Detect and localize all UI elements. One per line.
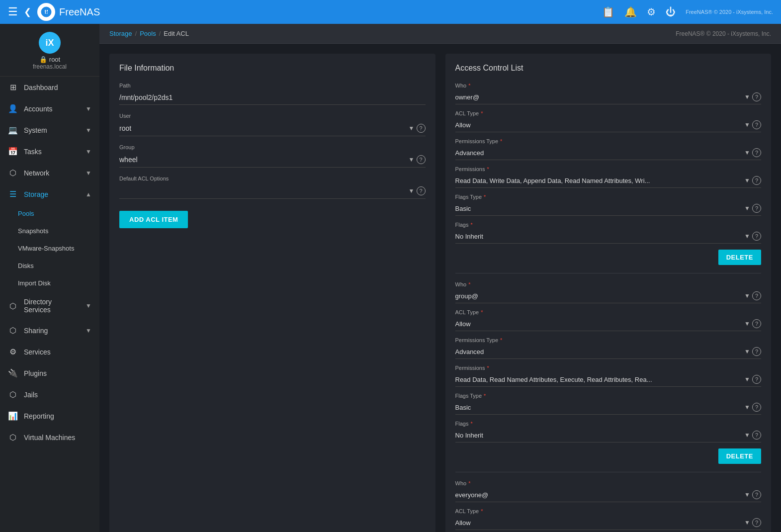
sidebar-sub-disks[interactable]: Disks: [0, 257, 99, 274]
flags-type-help-icon-1[interactable]: ?: [752, 204, 761, 213]
user-help-icon[interactable]: ?: [417, 124, 426, 133]
breadcrumb-storage[interactable]: Storage: [109, 30, 132, 37]
permissions-type-select-2[interactable]: Advanced ▼ ?: [455, 345, 762, 359]
who-dropdown-arrow-1[interactable]: ▼: [744, 93, 750, 100]
chevron-left-icon[interactable]: ❮: [24, 6, 31, 17]
flags-select-1[interactable]: No Inherit ▼ ?: [455, 229, 762, 244]
acl-title: Access Control List: [455, 64, 762, 73]
flags-dropdown-arrow-2[interactable]: ▼: [744, 432, 750, 439]
who-select-2[interactable]: group@ ▼ ?: [455, 289, 762, 303]
user-label: User: [119, 113, 426, 119]
permissions-type-help-icon-2[interactable]: ?: [752, 347, 761, 356]
acl-type-help-icon-3[interactable]: ?: [752, 518, 761, 527]
who-select-1[interactable]: owner@ ▼ ?: [455, 90, 762, 104]
sidebar-item-storage[interactable]: ☰ Storage ▲: [0, 183, 99, 205]
default-acl-help-icon[interactable]: ?: [417, 186, 426, 195]
flags-field-1: Flags * No Inherit ▼ ?: [455, 222, 762, 244]
permissions-type-help-icon-1[interactable]: ?: [752, 148, 761, 157]
sidebar-item-jails[interactable]: ⬡ Jails: [0, 384, 99, 405]
sidebar-item-network[interactable]: ⬡ Network ▼: [0, 162, 99, 183]
permissions-type-dropdown-arrow-2[interactable]: ▼: [744, 348, 750, 355]
flags-type-select-2[interactable]: Basic ▼ ?: [455, 400, 762, 415]
settings-icon[interactable]: ⚙: [647, 6, 656, 18]
permissions-select-2[interactable]: Read Data, Read Named Attributes, Execut…: [455, 372, 762, 387]
sidebar-sub-pools[interactable]: Pools: [0, 205, 99, 222]
permissions-type-dropdown-arrow-1[interactable]: ▼: [744, 149, 750, 156]
sidebar-item-sharing[interactable]: ⬡ Sharing ▼: [0, 320, 99, 341]
who-dropdown-arrow-3[interactable]: ▼: [744, 491, 750, 498]
sidebar-item-directory-services[interactable]: ⬡ Directory Services ▼: [0, 292, 99, 320]
acl-type-help-icon-2[interactable]: ?: [752, 319, 761, 328]
default-acl-dropdown-arrow[interactable]: ▼: [409, 187, 415, 194]
group-dropdown-arrow[interactable]: ▼: [409, 156, 415, 163]
permissions-select-1[interactable]: Read Data, Write Data, Append Data, Read…: [455, 174, 762, 188]
acl-type-field-2: ACL Type * Allow ▼ ?: [455, 309, 762, 331]
sidebar-item-reporting[interactable]: 📊 Reporting: [0, 405, 99, 427]
sidebar-item-accounts[interactable]: 👤 Accounts ▼: [0, 98, 99, 119]
default-acl-select[interactable]: ▼ ?: [119, 183, 426, 199]
permissions-type-label-2: Permissions Type *: [455, 337, 762, 343]
vmware-snapshots-label: VMware-Snapshots: [18, 245, 74, 252]
file-info-card: File Information Path /mnt/pool2/p2ds1 U…: [109, 54, 435, 532]
who-dropdown-arrow-2[interactable]: ▼: [744, 292, 750, 299]
sidebar-item-virtual-machines[interactable]: ⬡ Virtual Machines: [0, 427, 99, 448]
who-help-icon-1[interactable]: ?: [752, 92, 761, 101]
sidebar-item-plugins[interactable]: 🔌 Plugins: [0, 362, 99, 384]
acl-type-dropdown-arrow-2[interactable]: ▼: [744, 320, 750, 327]
required-star: *: [468, 83, 470, 89]
acl-type-dropdown-arrow-1[interactable]: ▼: [744, 121, 750, 128]
permissions-dropdown-arrow-2[interactable]: ▼: [744, 376, 750, 383]
user-value: root: [119, 124, 407, 132]
who-help-icon-3[interactable]: ?: [752, 490, 761, 499]
acl-type-select-3[interactable]: Allow ▼ ?: [455, 516, 762, 530]
plugins-icon: 🔌: [8, 368, 18, 378]
required-star: *: [487, 365, 489, 371]
acl-type-select-1[interactable]: Allow ▼ ?: [455, 118, 762, 132]
avatar: iX: [39, 32, 61, 54]
hamburger-icon[interactable]: ☰: [8, 5, 18, 18]
sidebar-item-label: Reporting: [24, 412, 91, 420]
user-field: User root ▼ ?: [119, 113, 426, 136]
flags-type-dropdown-arrow-2[interactable]: ▼: [744, 404, 750, 411]
path-value: /mnt/pool2/p2ds1: [119, 90, 426, 105]
flags-label-2: Flags *: [455, 421, 762, 427]
user-dropdown-arrow[interactable]: ▼: [409, 125, 415, 132]
who-help-icon-2[interactable]: ?: [752, 291, 761, 300]
sidebar-item-tasks[interactable]: 📅 Tasks ▼: [0, 141, 99, 162]
sidebar-item-services[interactable]: ⚙ Services: [0, 341, 99, 362]
flags-help-icon-2[interactable]: ?: [752, 431, 761, 440]
permissions-type-select-1[interactable]: Advanced ▼ ?: [455, 146, 762, 160]
group-help-icon[interactable]: ?: [417, 155, 426, 164]
delete-button-1[interactable]: DELETE: [718, 250, 761, 265]
permissions-help-icon-1[interactable]: ?: [752, 176, 761, 185]
permissions-field-1: Permissions * Read Data, Write Data, App…: [455, 166, 762, 188]
flags-help-icon-1[interactable]: ?: [752, 232, 761, 241]
who-select-3[interactable]: everyone@ ▼ ?: [455, 488, 762, 502]
acl-type-dropdown-arrow-3[interactable]: ▼: [744, 519, 750, 526]
acl-type-select-2[interactable]: Allow ▼ ?: [455, 317, 762, 331]
group-select[interactable]: wheel ▼ ?: [119, 152, 426, 168]
flags-type-dropdown-arrow-1[interactable]: ▼: [744, 205, 750, 212]
notifications-icon[interactable]: 🔔: [624, 6, 637, 18]
flags-dropdown-arrow-1[interactable]: ▼: [744, 233, 750, 240]
add-acl-button[interactable]: ADD ACL ITEM: [119, 211, 188, 228]
clipboard-icon[interactable]: 📋: [602, 6, 614, 18]
sidebar-item-system[interactable]: 💻 System ▼: [0, 119, 99, 141]
breadcrumb-pools[interactable]: Pools: [140, 30, 156, 37]
flags-type-help-icon-2[interactable]: ?: [752, 403, 761, 412]
sidebar-item-dashboard[interactable]: ⊞ Dashboard: [0, 77, 99, 98]
flags-type-select-1[interactable]: Basic ▼ ?: [455, 201, 762, 216]
flags-select-2[interactable]: No Inherit ▼ ?: [455, 428, 762, 443]
flags-type-label-1: Flags Type *: [455, 194, 762, 200]
permissions-dropdown-arrow-1[interactable]: ▼: [744, 177, 750, 184]
sidebar-sub-snapshots[interactable]: Snapshots: [0, 222, 99, 240]
delete-button-2[interactable]: DELETE: [718, 448, 761, 464]
permissions-help-icon-2[interactable]: ?: [752, 375, 761, 384]
acl-card: Access Control List Who * owner@ ▼ ?: [445, 54, 772, 532]
user-select[interactable]: root ▼ ?: [119, 121, 426, 136]
sidebar-sub-vmware-snapshots[interactable]: VMware-Snapshots: [0, 240, 99, 257]
power-icon[interactable]: ⏻: [666, 6, 676, 18]
default-acl-field: Default ACL Options ▼ ?: [119, 176, 426, 199]
sidebar-sub-import-disk[interactable]: Import Disk: [0, 274, 99, 292]
acl-type-help-icon-1[interactable]: ?: [752, 120, 761, 129]
